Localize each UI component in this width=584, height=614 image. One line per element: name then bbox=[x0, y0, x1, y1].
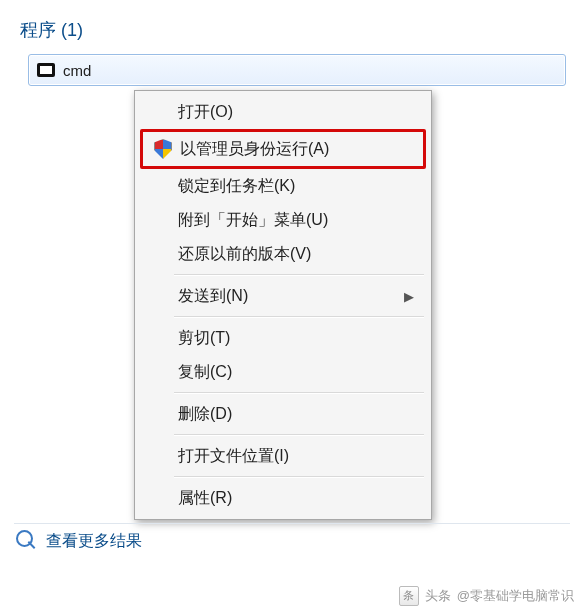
section-header: 程序 (1) bbox=[0, 0, 584, 48]
watermark: 条 头条 @零基础学电脑常识 bbox=[399, 586, 574, 606]
result-label: cmd bbox=[63, 62, 91, 79]
watermark-text: @零基础学电脑常识 bbox=[457, 587, 574, 605]
see-more-results[interactable]: 查看更多结果 bbox=[16, 530, 142, 552]
menu-separator bbox=[174, 392, 424, 394]
shield-icon bbox=[153, 139, 173, 159]
menu-separator bbox=[174, 434, 424, 436]
watermark-logo-icon: 条 bbox=[399, 586, 419, 606]
menu-pin-taskbar[interactable]: 锁定到任务栏(K) bbox=[138, 169, 428, 203]
menu-delete[interactable]: 删除(D) bbox=[138, 397, 428, 431]
menu-separator bbox=[174, 316, 424, 318]
search-result-cmd[interactable]: cmd bbox=[28, 54, 566, 86]
divider bbox=[14, 523, 570, 524]
menu-send-to[interactable]: 发送到(N) ▶ bbox=[138, 279, 428, 313]
menu-separator bbox=[174, 476, 424, 478]
context-menu: 打开(O) 以管理员身份运行(A) 锁定到任务栏(K) 附到「开始」菜单(U) … bbox=[134, 90, 432, 520]
see-more-label: 查看更多结果 bbox=[46, 531, 142, 552]
menu-cut[interactable]: 剪切(T) bbox=[138, 321, 428, 355]
menu-open[interactable]: 打开(O) bbox=[138, 95, 428, 129]
search-icon bbox=[16, 530, 38, 552]
watermark-prefix: 头条 bbox=[425, 587, 451, 605]
menu-run-as-admin[interactable]: 以管理员身份运行(A) bbox=[140, 129, 426, 169]
menu-restore-previous[interactable]: 还原以前的版本(V) bbox=[138, 237, 428, 271]
chevron-right-icon: ▶ bbox=[404, 289, 414, 304]
menu-pin-start[interactable]: 附到「开始」菜单(U) bbox=[138, 203, 428, 237]
menu-copy[interactable]: 复制(C) bbox=[138, 355, 428, 389]
menu-properties[interactable]: 属性(R) bbox=[138, 481, 428, 515]
cmd-icon bbox=[37, 62, 55, 78]
section-title: 程序 (1) bbox=[20, 20, 83, 40]
menu-open-location[interactable]: 打开文件位置(I) bbox=[138, 439, 428, 473]
menu-separator bbox=[174, 274, 424, 276]
